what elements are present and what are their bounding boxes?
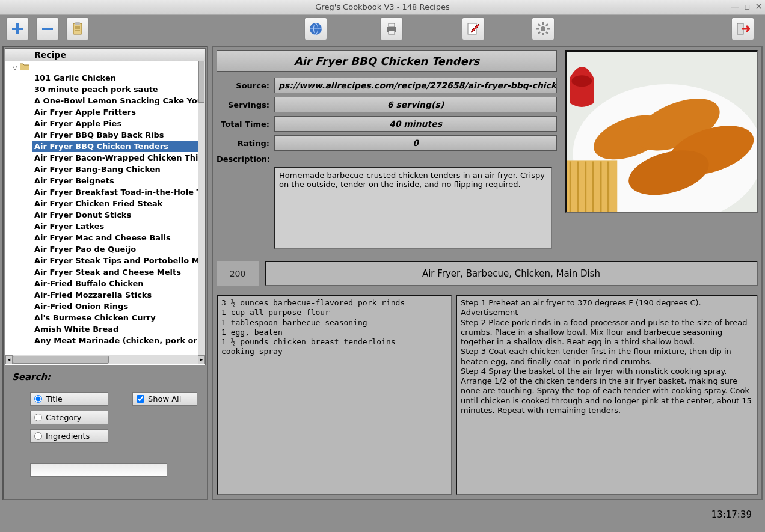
radio-title[interactable]: Title: [30, 392, 108, 406]
web-button[interactable]: [304, 17, 327, 40]
recipe-item[interactable]: 30 minute peach pork saute: [32, 84, 205, 95]
recipe-item[interactable]: A One-Bowl Lemon Snacking Cake You'll Ma…: [32, 95, 205, 106]
svg-line-20: [538, 32, 540, 34]
search-label: Search:: [12, 371, 198, 382]
svg-line-21: [546, 24, 548, 26]
close-button[interactable]: ✕: [755, 1, 763, 12]
print-button[interactable]: [380, 17, 403, 40]
recipe-item[interactable]: Air Fryer Apple Fritters: [32, 106, 205, 118]
svg-rect-11: [389, 31, 395, 34]
exit-button[interactable]: [731, 17, 754, 40]
recipe-item[interactable]: Air Fryer BBQ Chicken Tenders: [32, 141, 205, 152]
tree-hscroll[interactable]: ◂▸: [5, 355, 205, 364]
toolbar: [0, 14, 765, 43]
recipe-item[interactable]: Air-Fried Mozzarella Sticks: [32, 289, 205, 301]
clipboard-button[interactable]: [66, 17, 89, 40]
edit-button[interactable]: [462, 17, 485, 40]
tree-vscroll[interactable]: [198, 61, 205, 355]
recipe-servings: 6 serving(s): [274, 97, 557, 112]
svg-rect-1: [12, 28, 23, 30]
label-rating: Rating:: [217, 139, 269, 148]
recipe-item[interactable]: Air Fryer Donut Sticks: [32, 209, 205, 221]
svg-point-13: [541, 26, 545, 31]
recipe-item[interactable]: Air Fryer Steak Tips and Portobello Mush…: [32, 255, 205, 266]
recipe-item[interactable]: Air Fryer BBQ Baby Back Ribs: [32, 129, 205, 141]
recipe-count: 200: [217, 261, 259, 286]
window-title: Greg's Cookbook V3 - 148 Recipes: [315, 2, 450, 11]
titlebar: Greg's Cookbook V3 - 148 Recipes — ▫ ✕: [0, 0, 765, 14]
radio-category[interactable]: Category: [30, 411, 108, 424]
tree-root[interactable]: ▽: [11, 63, 205, 72]
label-servings: Servings:: [217, 100, 269, 109]
statusbar: 13:17:39: [0, 503, 765, 525]
recipe-description[interactable]: Homemade barbecue-crusted chicken tender…: [274, 167, 552, 249]
recipe-item[interactable]: Air Fryer Bang-Bang Chicken: [32, 164, 205, 175]
recipe-item[interactable]: Air Fryer Beignets: [32, 175, 205, 186]
recipe-ingredients[interactable]: 3 ½ ounces barbecue-flavored pork rinds …: [217, 295, 452, 495]
recipe-item[interactable]: Air Fryer Bacon-Wrapped Chicken Thighs: [32, 152, 205, 164]
svg-point-36: [571, 75, 592, 87]
recipe-item[interactable]: 101 Garlic Chicken: [32, 72, 205, 84]
recipe-tags: Air Fryer, Barbecue, Chicken, Main Dish: [265, 261, 758, 286]
label-total-time: Total Time:: [217, 120, 269, 129]
add-button[interactable]: [6, 17, 29, 40]
recipe-item[interactable]: Air-Fried Onion Rings: [32, 301, 205, 312]
expand-arrow-icon[interactable]: ▽: [13, 64, 17, 71]
svg-rect-2: [42, 28, 53, 30]
radio-ingredients[interactable]: Ingredients: [30, 429, 108, 443]
label-source: Source:: [217, 81, 269, 90]
settings-button[interactable]: [532, 17, 555, 40]
maximize-button[interactable]: ▫: [744, 1, 750, 12]
tree-header: Recipe: [5, 49, 205, 61]
svg-rect-10: [389, 23, 395, 27]
svg-line-18: [538, 24, 540, 26]
folder-icon: [20, 63, 29, 72]
recipe-item[interactable]: Air Fryer Apple Pies: [32, 118, 205, 129]
recipe-item[interactable]: Amish White Bread: [32, 323, 205, 335]
recipe-panel: Air Fryer BBQ Chicken Tenders Source: ps…: [212, 46, 763, 500]
recipe-title: Air Fryer BBQ Chicken Tenders: [217, 50, 557, 72]
recipe-item[interactable]: Air Fryer Latkes: [32, 221, 205, 232]
search-input[interactable]: [30, 463, 167, 477]
recipe-photo: [565, 50, 758, 213]
clock: 13:17:39: [711, 509, 752, 520]
recipe-item[interactable]: Any Meat Marinade (chicken, pork or beef…: [32, 335, 205, 346]
recipe-item[interactable]: Air Fryer Pao de Queijo: [32, 243, 205, 255]
recipe-item[interactable]: Air Fryer Mac and Cheese Balls: [32, 232, 205, 243]
recipe-total-time: 40 minutes: [274, 116, 557, 132]
remove-button[interactable]: [36, 17, 59, 40]
left-panel: Recipe ▽ 101 Garlic Chicken30 minute pea…: [2, 46, 208, 500]
svg-rect-29: [567, 160, 617, 212]
recipe-item[interactable]: Air-Fried Buffalo Chicken: [32, 278, 205, 289]
recipe-item[interactable]: Air Fryer Chicken Fried Steak: [32, 198, 205, 209]
svg-rect-4: [75, 22, 80, 25]
label-description: Description:: [217, 154, 269, 164]
recipe-source[interactable]: ps://www.allrecipes.com/recipe/272658/ai…: [274, 78, 557, 93]
recipe-tree[interactable]: Recipe ▽ 101 Garlic Chicken30 minute pea…: [5, 48, 206, 365]
svg-line-19: [546, 32, 548, 34]
search-panel: Search: Title Show All Category: [5, 365, 206, 498]
recipe-item[interactable]: Al's Burmese Chicken Curry: [32, 312, 205, 323]
check-show-all[interactable]: Show All: [132, 392, 197, 406]
recipe-item[interactable]: Air Fryer Breakfast Toad-in-the-Hole Tar…: [32, 186, 205, 198]
recipe-instructions[interactable]: Step 1 Preheat an air fryer to 370 degre…: [456, 295, 758, 495]
minimize-button[interactable]: —: [730, 1, 739, 12]
recipe-item[interactable]: Air Fryer Steak and Cheese Melts: [32, 266, 205, 278]
recipe-rating: 0: [274, 135, 557, 151]
